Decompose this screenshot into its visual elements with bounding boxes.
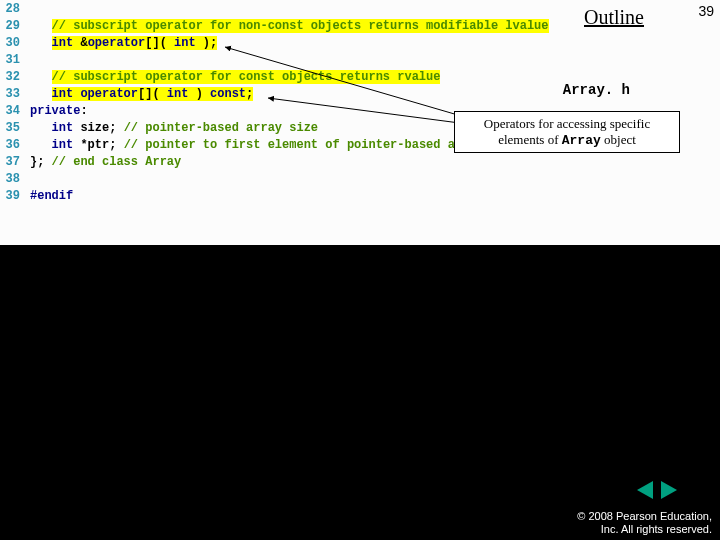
line-number: 37 <box>0 155 24 169</box>
code-content: int size; // pointer-based array size <box>24 121 318 135</box>
prev-button[interactable] <box>634 480 656 500</box>
code-content: int &operator[]( int ); <box>24 36 217 50</box>
line-number: 34 <box>0 104 24 118</box>
line-number: 31 <box>0 53 24 67</box>
copyright: © 2008 Pearson Education, Inc. All right… <box>577 510 712 536</box>
callout-box: Operators for accessing specific element… <box>454 111 680 153</box>
copyright-line-2: Inc. All rights reserved. <box>577 523 712 536</box>
code-line: 30 int &operator[]( int ); <box>0 34 720 51</box>
code-content: #endif <box>24 189 73 203</box>
line-number: 28 <box>0 2 24 16</box>
line-number: 35 <box>0 121 24 135</box>
nav-buttons <box>634 480 680 500</box>
line-number: 36 <box>0 138 24 152</box>
code-content: int *ptr; // pointer to first element of… <box>24 138 484 152</box>
code-content: // subscript operator for non-const obje… <box>24 19 549 33</box>
code-line: 39#endif <box>0 187 720 204</box>
outline-heading: Outline <box>584 6 644 29</box>
code-content: private: <box>24 104 88 118</box>
triangle-left-icon <box>637 481 653 499</box>
callout-text-mono: Array <box>562 133 601 148</box>
next-button[interactable] <box>658 480 680 500</box>
code-content <box>24 2 52 16</box>
line-number: 33 <box>0 87 24 101</box>
code-content: int operator[]( int ) const; <box>24 87 253 101</box>
line-number: 29 <box>0 19 24 33</box>
file-name-label: Array. h <box>563 82 630 98</box>
line-number: 39 <box>0 189 24 203</box>
code-line: 38 <box>0 170 720 187</box>
code-content <box>24 53 52 67</box>
line-number: 30 <box>0 36 24 50</box>
code-content: // subscript operator for const objects … <box>24 70 440 84</box>
line-number: 32 <box>0 70 24 84</box>
callout-text-post: object <box>601 132 636 147</box>
triangle-right-icon <box>661 481 677 499</box>
code-line: 37}; // end class Array <box>0 153 720 170</box>
page-number: 39 <box>698 3 714 19</box>
copyright-line-1: © 2008 Pearson Education, <box>577 510 712 523</box>
code-content: }; // end class Array <box>24 155 181 169</box>
code-line: 31 <box>0 51 720 68</box>
line-number: 38 <box>0 172 24 186</box>
